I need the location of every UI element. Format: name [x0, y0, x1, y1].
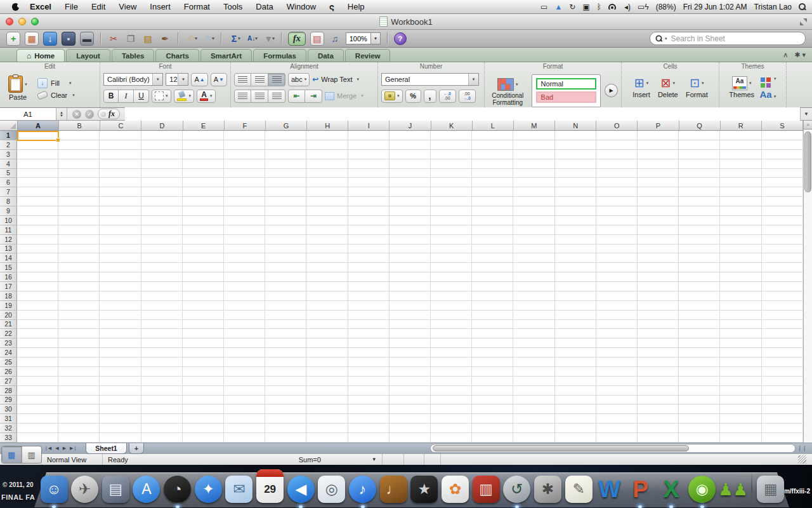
cell-L24[interactable] [472, 348, 513, 358]
cell-J8[interactable] [390, 197, 431, 206]
cell-J24[interactable] [390, 348, 431, 358]
cell-S2[interactable] [762, 140, 803, 150]
cell-K12[interactable] [431, 235, 472, 244]
cell-P21[interactable] [638, 320, 679, 330]
cell-C28[interactable] [100, 386, 141, 396]
cell-M33[interactable] [513, 433, 554, 443]
row-header-16[interactable]: 16 [0, 272, 17, 282]
cell-N9[interactable] [555, 206, 596, 216]
cell-B7[interactable] [58, 187, 100, 197]
cell-C18[interactable] [100, 291, 141, 301]
cell-C3[interactable] [100, 150, 141, 159]
cell-I2[interactable] [348, 140, 390, 150]
cell-E27[interactable] [183, 377, 224, 386]
cell-F17[interactable] [224, 282, 265, 291]
cell-K8[interactable] [431, 197, 472, 206]
styles-gallery-next-button[interactable]: ▶ [605, 84, 618, 97]
vertical-split-handle[interactable]: = [804, 121, 812, 130]
cell-N25[interactable] [555, 358, 596, 367]
cell-O18[interactable] [596, 291, 638, 301]
cell-J33[interactable] [390, 433, 431, 443]
cell-N5[interactable] [555, 169, 596, 178]
cell-S4[interactable] [762, 159, 803, 169]
cell-L26[interactable] [472, 367, 513, 377]
cell-Q8[interactable] [679, 197, 720, 206]
cell-R5[interactable] [720, 169, 761, 178]
cell-P20[interactable] [638, 311, 679, 320]
row-header-12[interactable]: 12 [0, 235, 17, 244]
redo-dropdown-icon[interactable]: ▾ [212, 36, 214, 41]
formula-bar-expand-icon[interactable]: ▼ [800, 108, 812, 120]
cell-K15[interactable] [431, 263, 472, 272]
cell-A33[interactable] [17, 433, 58, 443]
style-normal[interactable]: Normal [536, 78, 597, 90]
cell-O24[interactable] [596, 348, 638, 358]
cell-Q26[interactable] [679, 367, 720, 377]
column-header-K[interactable]: K [431, 121, 473, 131]
cell-Q13[interactable] [679, 244, 720, 254]
cell-A31[interactable] [17, 414, 58, 424]
cell-M27[interactable] [513, 377, 554, 386]
cell-B6[interactable] [58, 178, 100, 187]
cell-H28[interactable] [306, 386, 348, 396]
formula-builder-button[interactable]: fx [288, 32, 306, 46]
cell-I22[interactable] [348, 329, 390, 338]
cell-J12[interactable] [390, 235, 431, 244]
cell-H30[interactable] [306, 404, 348, 414]
column-header-R[interactable]: R [721, 121, 762, 131]
cell-I13[interactable] [348, 244, 390, 254]
cell-Q17[interactable] [679, 282, 720, 291]
cell-M25[interactable] [513, 358, 554, 367]
style-bad[interactable]: Bad [536, 91, 597, 103]
cell-S11[interactable] [762, 225, 803, 235]
cell-O8[interactable] [596, 197, 638, 206]
cell-R8[interactable] [720, 197, 761, 206]
align-top-button[interactable] [234, 73, 251, 86]
save-icon[interactable]: ▪ [62, 32, 75, 46]
row-header-2[interactable]: 2 [0, 140, 17, 150]
cell-D25[interactable] [141, 358, 183, 367]
cell-G10[interactable] [265, 216, 306, 225]
cell-M14[interactable] [513, 253, 554, 263]
cell-O12[interactable] [596, 235, 638, 244]
cell-K11[interactable] [431, 225, 472, 235]
cell-L17[interactable] [472, 282, 513, 291]
cell-L1[interactable] [472, 131, 513, 140]
cell-O7[interactable] [596, 187, 638, 197]
cell-P29[interactable] [638, 396, 679, 405]
row-header-6[interactable]: 6 [0, 178, 17, 187]
merge-button[interactable]: Merge ▾ [325, 92, 363, 100]
cell-C23[interactable] [100, 338, 141, 348]
cell-D1[interactable] [141, 131, 183, 140]
row-header-8[interactable]: 8 [0, 197, 17, 206]
cell-Q6[interactable] [679, 178, 720, 187]
cell-N2[interactable] [555, 140, 596, 150]
sum-dropdown-icon[interactable]: ▼ [372, 457, 377, 462]
cell-N33[interactable] [555, 433, 596, 443]
cell-D28[interactable] [141, 386, 183, 396]
tab-tables[interactable]: Tables [112, 49, 155, 62]
wrap-text-dropdown[interactable]: ▾ [357, 77, 359, 82]
grow-font-button[interactable]: A▲ [191, 73, 207, 86]
cell-P8[interactable] [638, 197, 679, 206]
cell-F25[interactable] [224, 358, 265, 367]
cell-P14[interactable] [638, 253, 679, 263]
cell-N13[interactable] [555, 244, 596, 254]
cell-E32[interactable] [183, 424, 224, 433]
cell-N31[interactable] [555, 414, 596, 424]
cell-F4[interactable] [224, 159, 265, 169]
cell-M13[interactable] [513, 244, 554, 254]
cell-S24[interactable] [762, 348, 803, 358]
cell-O15[interactable] [596, 263, 638, 272]
cell-J17[interactable] [390, 282, 431, 291]
cut-icon[interactable]: ✂ [107, 32, 120, 45]
row-header-26[interactable]: 26 [0, 367, 17, 377]
cell-M8[interactable] [513, 197, 554, 206]
cell-O21[interactable] [596, 320, 638, 330]
cell-E28[interactable] [183, 386, 224, 396]
cell-J4[interactable] [390, 159, 431, 169]
cell-F6[interactable] [224, 178, 265, 187]
cell-R3[interactable] [720, 150, 761, 159]
cell-O13[interactable] [596, 244, 638, 254]
cell-S19[interactable] [762, 301, 803, 311]
